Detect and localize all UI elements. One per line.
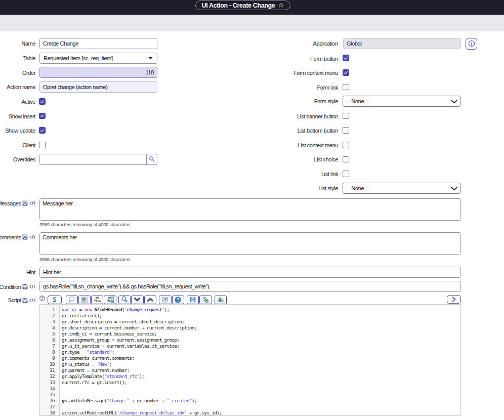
line-number: 3 (40, 319, 55, 325)
editor-search-button[interactable] (118, 296, 131, 304)
comment-bubble-icon (68, 297, 75, 303)
client-checkbox[interactable] (39, 142, 46, 148)
svg-text:ac: ac (98, 300, 101, 303)
translation-icon[interactable] (22, 234, 28, 240)
messages-textarea[interactable]: Message her (39, 198, 461, 221)
translation-icon[interactable] (22, 200, 28, 206)
code-icon[interactable] (29, 298, 36, 303)
application-info-button[interactable] (466, 38, 477, 50)
code-line[interactable]: gs.addInfoMessage("Change " + gr.number … (62, 398, 197, 404)
debug-bug-icon (217, 297, 224, 303)
code-line[interactable]: var gr = new GlideRecord('change_request… (62, 307, 170, 313)
order-input[interactable]: 110 (39, 67, 157, 78)
application-label: Application (313, 40, 338, 47)
scripting-assistant-button[interactable] (48, 296, 62, 304)
dropdown-triangle-icon (148, 57, 153, 60)
toolbar-group-search (118, 296, 156, 304)
list-style-select[interactable]: -- None -- (343, 183, 460, 194)
form-link-label: Form link (317, 84, 338, 91)
show-insert-label: Show insert (9, 113, 35, 120)
star-icon[interactable] (278, 3, 284, 8)
code-line[interactable]: gr.comments=current.comments; (62, 355, 134, 361)
replace-all-button[interactable]: ab ac (104, 296, 116, 304)
active-checkbox[interactable] (39, 98, 46, 105)
script-code-editor[interactable]: 123456789101112131415161718 var gr = new… (39, 304, 461, 416)
form-style-select[interactable]: -- None -- (343, 96, 460, 107)
code-line[interactable]: current.rfc = gr.insert(); (62, 380, 127, 386)
name-label: Name (21, 40, 35, 47)
show-insert-checkbox[interactable] (39, 113, 46, 119)
find-previous-button[interactable] (144, 296, 156, 304)
action-name-label: Action name (7, 83, 35, 91)
comments-label: Comments (0, 234, 35, 241)
svg-text:ab: ab (95, 297, 99, 300)
list-banner-button-checkbox[interactable] (343, 113, 349, 119)
action-name-input[interactable]: Opret change (action name) (39, 81, 157, 93)
chevron-up-bold-icon (147, 298, 153, 302)
toolbar-group-save (187, 296, 212, 304)
record-title-pill[interactable]: UI Action - Create Change (195, 1, 290, 10)
form-button-label: Form button (310, 55, 338, 62)
overrides-input[interactable] (39, 154, 147, 165)
ui-action-form-page: UI Action - Create Change Name Create Ch… (0, 0, 504, 420)
check-syntax-button[interactable] (199, 296, 212, 304)
toolbar-group-debug (215, 296, 227, 304)
list-link-checkbox[interactable] (343, 171, 349, 177)
list-context-menu-checkbox[interactable] (343, 142, 349, 148)
form-link-checkbox[interactable] (343, 84, 349, 91)
code-line[interactable]: gr.applyTemplate("standard_rfc"); (62, 373, 144, 380)
comments-textarea[interactable]: Comments her (39, 232, 461, 255)
open-in-new-window-button[interactable] (159, 296, 171, 304)
code-line[interactable]: action.setRedirectURL('/change_request.d… (62, 410, 222, 416)
line-number: 6 (40, 337, 55, 343)
line-number: 7 (40, 343, 55, 349)
show-update-checkbox[interactable] (39, 127, 46, 134)
list-context-menu-label: List context menu (298, 142, 338, 149)
condition-input[interactable]: gs.hasRole("itil,sn_change_write") && gs… (39, 281, 461, 292)
code-icon[interactable] (29, 235, 36, 239)
editor-help-button[interactable] (172, 296, 184, 304)
code-line[interactable]: gr.u_status = 'New'; (62, 361, 112, 367)
code-line[interactable]: gr.initialize(); (62, 313, 102, 319)
line-number: 9 (40, 355, 55, 361)
list-choice-label: List choice (314, 156, 338, 163)
debug-button[interactable] (215, 296, 227, 304)
comments-counter: 3988 characters remaining of 4000 charac… (39, 257, 131, 262)
code-line[interactable]: gr.parent = current.number; (62, 367, 129, 373)
overrides-lookup-button[interactable] (146, 154, 157, 165)
hint-input[interactable]: Hint her (39, 267, 461, 278)
scripting-assistant-icon (51, 297, 58, 303)
toolbar-group-edit: ab ac ab ac (66, 296, 116, 304)
messages-counter: 3989 characters remaining of 4000 charac… (39, 222, 131, 227)
code-line[interactable]: gr.cmdb_ci = current.business_service; (62, 331, 157, 337)
table-select[interactable]: Requested Item [sc_req_item] (39, 53, 157, 64)
code-line[interactable]: gr.u_it_service = current.variables.it_s… (62, 343, 179, 349)
editor-save-button[interactable] (187, 296, 199, 304)
form-context-menu-checkbox[interactable] (343, 69, 349, 76)
format-code-button[interactable] (78, 296, 91, 304)
sub-header-bar (0, 15, 504, 31)
syntax-help-icon[interactable] (39, 296, 45, 301)
code-icon[interactable] (29, 201, 36, 205)
code-line[interactable]: gr.description = current.number + curren… (62, 325, 197, 331)
editor-expand-button[interactable] (447, 295, 461, 304)
code-line[interactable]: gr.type = "standard"; (62, 349, 114, 355)
form-button-checkbox[interactable] (343, 55, 349, 61)
code-icon[interactable] (29, 284, 36, 289)
line-number: 1 (40, 307, 55, 313)
syntax-check-icon (202, 297, 209, 303)
translation-icon[interactable] (22, 284, 28, 289)
toggle-comment-button[interactable] (66, 296, 78, 304)
list-choice-checkbox[interactable] (343, 156, 349, 163)
hint-label: Hint (26, 269, 35, 276)
code-line[interactable]: gr.short_description = current.short_des… (62, 319, 184, 325)
find-next-button[interactable] (131, 296, 143, 304)
list-bottom-button-checkbox[interactable] (343, 127, 349, 134)
name-input[interactable]: Create Change (39, 38, 157, 49)
line-number: 4 (40, 325, 55, 331)
list-link-label: List link (321, 171, 338, 178)
translation-icon[interactable] (22, 298, 28, 303)
chevron-right-icon (452, 297, 456, 302)
replace-button[interactable]: ab ac (91, 296, 103, 304)
code-line[interactable]: gr.assignment_group = current.assignment… (62, 337, 179, 343)
